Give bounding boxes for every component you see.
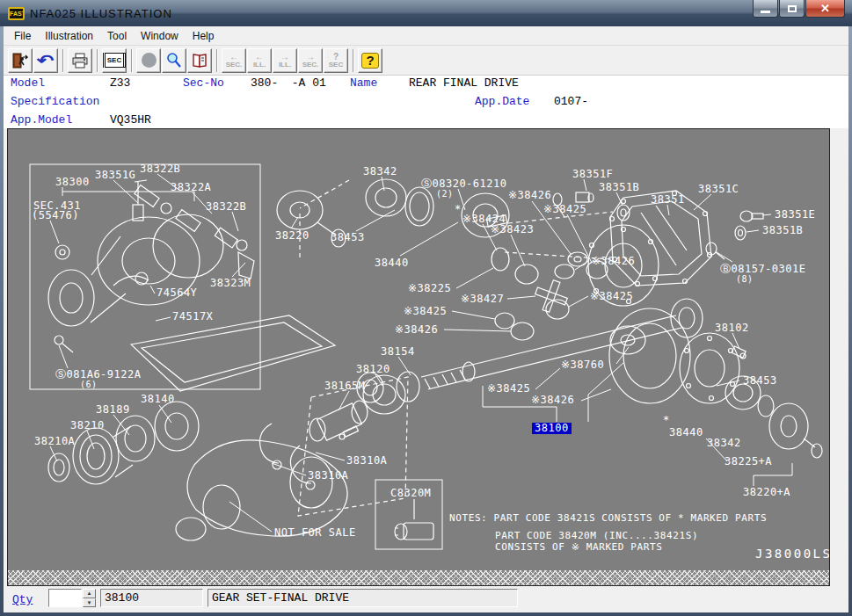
selected-part-label[interactable]: 38100 <box>532 423 572 434</box>
part-label[interactable]: ※38426 <box>508 190 551 200</box>
maximize-button[interactable] <box>779 0 805 18</box>
secno-label: Sec-No <box>183 76 224 90</box>
part-label[interactable]: * <box>663 415 670 425</box>
exit-button[interactable] <box>8 48 33 73</box>
part-label[interactable]: 38310A <box>346 455 387 466</box>
part-label[interactable]: 38300 <box>55 177 90 187</box>
drawing-code: J38000LS <box>755 548 830 559</box>
part-label[interactable]: ※38426 <box>531 395 574 405</box>
name-value: REAR FINAL DRIVE <box>409 76 519 90</box>
zoom-button[interactable] <box>162 48 186 73</box>
part-label[interactable]: 38351E <box>775 209 815 220</box>
part-label[interactable]: 38120 <box>356 364 390 374</box>
part-label[interactable]: 38453 <box>743 375 777 386</box>
part-label[interactable]: (55476) <box>32 210 79 221</box>
part-label[interactable]: C8320M <box>390 488 431 498</box>
part-label[interactable]: ※38427 <box>461 294 504 304</box>
exit-door-icon <box>11 52 29 69</box>
part-label[interactable]: 38342 <box>363 166 397 177</box>
part-label[interactable]: 38351G <box>95 170 135 180</box>
part-label[interactable]: 38322A <box>171 182 211 192</box>
prev-section-button[interactable]: ← SEC. <box>222 48 246 73</box>
part-label[interactable]: 38220+A <box>743 487 790 497</box>
selected-part-name: GEAR SET-FINAL DRIVE <box>208 589 518 607</box>
magnifier-icon <box>165 52 183 69</box>
menu-illustration[interactable]: Illustration <box>38 27 100 45</box>
minimize-button[interactable] <box>753 0 778 18</box>
qty-input[interactable] <box>48 589 82 607</box>
part-label[interactable]: 38225+A <box>725 456 772 467</box>
part-label[interactable]: 38102 <box>715 322 749 333</box>
part-label[interactable]: 38440 <box>375 257 409 268</box>
qty-up-button[interactable]: ▲ <box>83 589 96 598</box>
part-label: (2) <box>436 189 454 199</box>
menu-file[interactable]: File <box>7 27 38 45</box>
part-label[interactable]: 38342 <box>707 438 741 448</box>
left-arrow-icon: ← <box>255 53 264 61</box>
close-button[interactable]: ✕ <box>805 0 845 18</box>
part-label[interactable]: NOT FOR SALE <box>274 527 356 538</box>
printer-icon <box>71 53 89 69</box>
part-label[interactable]: ※38225 <box>408 283 451 294</box>
menu-help[interactable]: Help <box>186 27 222 45</box>
title-bar[interactable]: FAST NFA025 ILLUSTRATION ✕ <box>0 0 852 26</box>
part-label[interactable]: 38351B <box>599 182 639 192</box>
part-label[interactable]: ※38426 <box>592 256 635 266</box>
sec-list-button[interactable]: SEC <box>102 48 127 73</box>
part-label[interactable]: Ⓢ08320-61210 <box>421 178 506 189</box>
help-button[interactable]: ? <box>358 48 382 73</box>
part-label[interactable]: 38189 <box>96 404 130 415</box>
prev-illustration-button[interactable]: ← ILL. <box>247 48 272 73</box>
part-label[interactable]: ※38425 <box>590 291 633 301</box>
part-label[interactable]: Ⓢ081A6-9122A <box>55 369 141 380</box>
part-label[interactable]: 38322B <box>140 163 180 174</box>
part-label[interactable]: ※38426 <box>395 324 438 335</box>
part-label[interactable]: 38323M <box>210 278 251 288</box>
part-label[interactable]: * <box>455 204 462 214</box>
part-label[interactable]: 38165M <box>324 380 365 391</box>
undo-icon: ↶ <box>37 54 55 68</box>
qty-down-button[interactable]: ▼ <box>83 598 96 608</box>
print-button[interactable] <box>68 48 92 73</box>
part-label[interactable]: 38351B <box>762 225 803 236</box>
client-area: FileIllustrationToolWindowHelp ↶ <box>4 26 848 612</box>
index-book-button[interactable] <box>187 48 212 73</box>
part-label[interactable]: 38453 <box>331 232 365 243</box>
model-value: Z33 <box>110 76 130 90</box>
part-label[interactable]: 38351F <box>572 169 613 179</box>
part-label[interactable]: 74517X <box>172 311 213 322</box>
undo-button[interactable]: ↶ <box>33 48 58 73</box>
part-label[interactable]: ※38425 <box>487 383 530 394</box>
part-label[interactable]: 38210A <box>34 436 75 446</box>
part-label[interactable]: 38440 <box>669 427 703 438</box>
book-icon <box>191 53 208 69</box>
toolbar-separator <box>216 49 218 72</box>
part-label[interactable]: 38210 <box>70 420 105 431</box>
section-query-button[interactable]: ? SEC <box>324 48 348 73</box>
part-label: (6) <box>80 380 98 390</box>
app-icon: FAST <box>8 7 25 20</box>
next-illustration-button[interactable]: → ILL. <box>273 48 297 73</box>
part-label[interactable]: 38351 <box>651 194 685 205</box>
part-label: (8) <box>736 274 754 285</box>
part-label[interactable]: 38310A <box>308 470 348 481</box>
model-label: Model <box>11 76 45 90</box>
part-label[interactable]: 74564Y <box>157 287 197 298</box>
circle-icon <box>142 53 157 68</box>
appmodel-value: VQ35HR <box>110 113 151 127</box>
menu-window[interactable]: Window <box>134 27 186 45</box>
part-label[interactable]: ※38425 <box>404 306 447 316</box>
part-label[interactable]: ※38425 <box>543 204 586 214</box>
area-select-button[interactable] <box>136 48 161 73</box>
part-label[interactable]: 38220 <box>275 230 309 241</box>
next-section-button[interactable]: → SEC. <box>298 48 323 73</box>
window-title: NFA025 ILLUSTRATION <box>30 7 172 20</box>
part-label[interactable]: 38140 <box>141 394 175 404</box>
part-label[interactable]: 38322B <box>206 201 246 212</box>
menu-tool[interactable]: Tool <box>100 27 134 45</box>
part-label[interactable]: 38154 <box>381 346 415 357</box>
part-label[interactable]: 38351C <box>698 184 739 194</box>
part-label[interactable]: ※38760 <box>561 359 604 370</box>
part-label[interactable]: ※38423 <box>491 224 534 235</box>
part-label[interactable]: Ⓑ08157-0301E <box>720 264 805 274</box>
